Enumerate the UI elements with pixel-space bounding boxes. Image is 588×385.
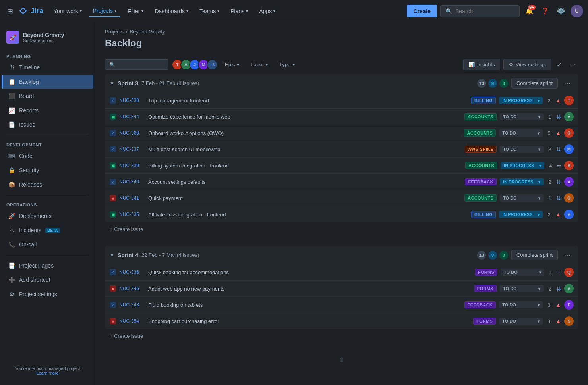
sprint4-complete-button[interactable]: Complete sprint [511, 250, 558, 260]
nav-teams[interactable]: Teams ▾ [195, 6, 223, 17]
filter-search-input[interactable] [118, 62, 165, 67]
issue-status-badge[interactable]: TO DO ▾ [500, 194, 544, 202]
sidebar-item-add-shortcut[interactable]: ➕ Add shortcut [2, 273, 93, 287]
sidebar-item-security[interactable]: 🔒 Security [2, 164, 93, 177]
search-bar[interactable]: 🔍 [440, 5, 520, 17]
issue-label-badge[interactable]: ACCOUNTS [465, 162, 497, 169]
nav-apps[interactable]: Apps ▾ [255, 6, 279, 17]
issue-priority-icon[interactable]: ⇊ [556, 179, 561, 185]
issue-priority-icon[interactable]: ═ [557, 162, 561, 169]
issue-priority-icon[interactable]: ═ [557, 269, 561, 275]
sidebar-item-oncall[interactable]: 📞 On-call [2, 238, 93, 251]
type-filter-button[interactable]: Type ▾ [275, 60, 299, 69]
issue-label-badge[interactable]: BILLING [471, 211, 496, 218]
sidebar-item-timeline[interactable]: ⏱ Timeline [2, 61, 93, 74]
sprint4-more-button[interactable]: ⋯ [561, 250, 574, 260]
issue-label-badge[interactable]: BILLING [471, 97, 496, 104]
sprint3-complete-button[interactable]: Complete sprint [511, 78, 558, 89]
table-row[interactable]: ✓ NUC-338 Trip management frontend BILLI… [105, 92, 578, 109]
issue-avatar[interactable]: A [564, 112, 574, 121]
table-row[interactable]: ■ NUC-346 Adapt web app no new payments … [105, 281, 578, 297]
issue-priority-icon[interactable]: ⇊ [556, 146, 561, 152]
table-row[interactable]: ✓ NUC-340 Account settings defaults FEED… [105, 174, 578, 190]
sidebar-item-issues[interactable]: 📄 Issues [2, 118, 93, 131]
nav-dashboards[interactable]: Dashboards ▾ [151, 6, 192, 17]
avatar-filter-more[interactable]: +3 [207, 59, 218, 70]
sprint3-create-issue[interactable]: + Create issue [105, 222, 578, 236]
issue-priority-icon[interactable]: ⇊ [556, 195, 561, 201]
create-button[interactable]: Create [407, 5, 437, 17]
nav-plans[interactable]: Plans ▾ [226, 6, 252, 17]
issue-status-badge[interactable]: TO DO ▾ [499, 318, 543, 325]
issue-status-badge[interactable]: IN PROGRESS ▾ [500, 178, 544, 185]
issue-label-badge[interactable]: FORMS [474, 285, 497, 292]
sprint4-header[interactable]: ▼ Sprint 4 22 Feb - 7 Mar (4 issues) 10 … [105, 246, 578, 264]
issue-status-badge[interactable]: TO DO ▾ [500, 146, 544, 153]
sidebar-item-project-settings[interactable]: ⚙ Project settings [2, 287, 93, 301]
sidebar-item-board[interactable]: ⬛ Board [2, 89, 93, 103]
issue-status-badge[interactable]: IN PROGRESS ▾ [499, 97, 543, 104]
breadcrumb-projects-link[interactable]: Projects [105, 29, 124, 35]
help-button[interactable]: ❓ [539, 5, 551, 17]
issue-status-badge[interactable]: IN PROGRESS ▾ [499, 211, 543, 218]
sprint3-header[interactable]: ▼ Sprint 3 7 Feb - 21 Feb (8 issues) 10 … [105, 74, 578, 92]
sidebar-item-deployments[interactable]: 🚀 Deployments [2, 209, 93, 223]
table-row[interactable]: ▣ NUC-339 Billing system integration - f… [105, 158, 578, 174]
issue-avatar[interactable]: A [564, 210, 574, 219]
issue-avatar[interactable]: M [564, 144, 574, 154]
more-options-button[interactable]: ⋯ [567, 58, 578, 71]
sidebar-item-releases[interactable]: 📦 Releases [2, 178, 93, 191]
bottom-handle[interactable]: ⇕ [95, 352, 588, 368]
view-settings-button[interactable]: ⚙ View settings [503, 59, 551, 70]
issue-priority-icon[interactable]: ▲ [555, 302, 561, 308]
issue-status-badge[interactable]: TO DO ▾ [500, 285, 544, 292]
issue-avatar[interactable]: B [564, 161, 574, 170]
issue-label-badge[interactable]: FEEDBACK [465, 178, 497, 185]
issue-status-badge[interactable]: TO DO ▾ [499, 301, 543, 308]
issue-label-badge[interactable]: FEEDBACK [464, 301, 496, 308]
nav-filter[interactable]: Filter ▾ [124, 6, 147, 17]
sidebar-item-reports[interactable]: 📈 Reports [2, 104, 93, 117]
issue-status-badge[interactable]: TO DO ▾ [500, 113, 544, 120]
table-row[interactable]: ▣ NUC-344 Optimize experience for mobile… [105, 109, 578, 125]
issue-priority-icon[interactable]: ▲ [555, 97, 561, 104]
issue-priority-icon[interactable]: ⇊ [556, 114, 561, 120]
sidebar-item-incidents[interactable]: ⚠ Incidents BETA [2, 223, 93, 237]
nav-your-work[interactable]: Your work ▾ [50, 6, 86, 17]
user-avatar[interactable]: U [571, 5, 583, 17]
issue-label-badge[interactable]: FORMS [473, 318, 496, 325]
table-row[interactable]: ✓ NUC-360 Onboard workout options (OWO) … [105, 125, 578, 141]
issue-priority-icon[interactable]: ▲ [555, 318, 561, 324]
issue-avatar[interactable]: O [564, 128, 574, 138]
sprint4-create-issue[interactable]: + Create issue [105, 329, 578, 343]
issue-status-badge[interactable]: TO DO ▾ [501, 269, 544, 276]
table-row[interactable]: ▣ NUC-335 Affiliate links integration - … [105, 206, 578, 222]
sprint3-more-button[interactable]: ⋯ [561, 78, 574, 89]
nav-projects[interactable]: Projects ▾ [89, 5, 121, 17]
issue-avatar[interactable]: T [564, 96, 574, 105]
issue-label-badge[interactable]: ACCOUNTS [464, 129, 496, 137]
sidebar-learn-more-link[interactable]: Learn more [36, 371, 58, 375]
table-row[interactable]: ✓ NUC-337 Multi-dest search UI mobileweb… [105, 141, 578, 158]
table-row[interactable]: ✓ NUC-336 Quick booking for accommodatio… [105, 264, 578, 281]
issue-label-badge[interactable]: FORMS [475, 269, 497, 276]
sidebar-item-code[interactable]: ⌨ Code [2, 149, 93, 163]
filter-search-bar[interactable]: 🔍 [105, 59, 168, 70]
expand-button[interactable]: ⤢ [554, 58, 564, 71]
issue-avatar[interactable]: F [564, 300, 574, 310]
epic-filter-button[interactable]: Epic ▾ [221, 60, 244, 69]
issue-avatar[interactable]: A [564, 284, 574, 293]
issue-label-badge[interactable]: AWS SPIKE [465, 146, 497, 153]
issue-priority-icon[interactable]: ▲ [555, 130, 561, 136]
sidebar-item-backlog[interactable]: 📋 Backlog [2, 75, 93, 89]
issue-avatar[interactable]: Q [564, 268, 574, 277]
issue-avatar[interactable]: A [564, 177, 574, 187]
table-row[interactable]: ■ NUC-341 Quick payment ACCOUNTS TO DO ▾… [105, 190, 578, 206]
issue-status-badge[interactable]: IN PROGRESS ▾ [501, 162, 544, 169]
issue-label-badge[interactable]: ACCOUNTS [464, 113, 497, 120]
table-row[interactable]: ■ NUC-354 Shopping cart purchasing error… [105, 313, 578, 329]
settings-button[interactable]: ⚙️ [555, 5, 567, 17]
search-input[interactable] [455, 8, 511, 14]
issue-avatar[interactable]: S [564, 316, 574, 326]
notifications-button[interactable]: 🔔 9+ [523, 5, 536, 17]
